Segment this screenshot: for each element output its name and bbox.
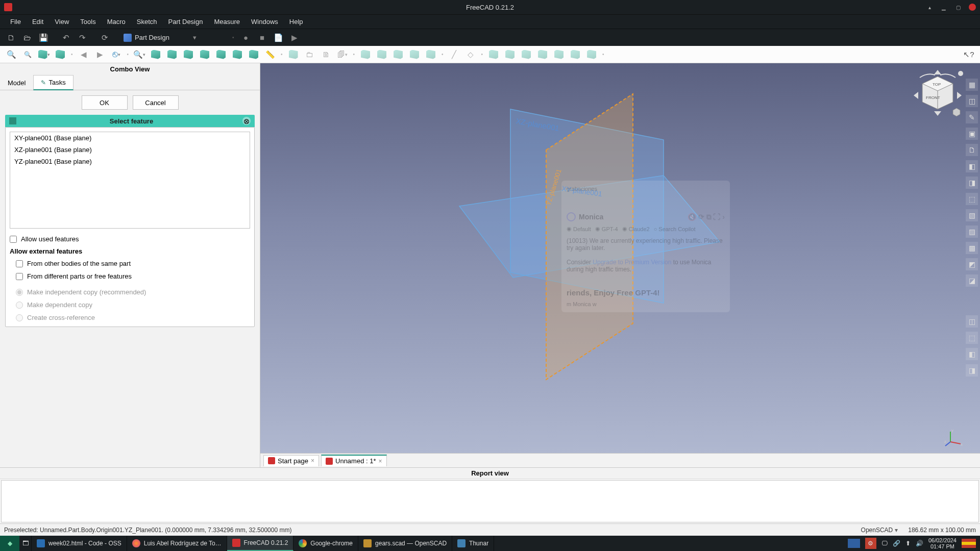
tray-workspace-icon[interactable] xyxy=(848,539,860,548)
ri-page-icon[interactable]: 🗋 xyxy=(966,144,978,156)
part-group-icon[interactable]: 🗀 xyxy=(303,47,317,62)
maximize-icon[interactable] xyxy=(954,4,962,11)
tray-update-icon[interactable]: ⬆ xyxy=(905,540,911,547)
menu-help[interactable]: Help xyxy=(284,16,308,27)
ri-cube2-icon[interactable]: ◨ xyxy=(966,177,978,189)
ri-cube1-icon[interactable]: ◧ xyxy=(966,160,978,172)
menu-edit[interactable]: Edit xyxy=(27,16,48,27)
redo-icon[interactable]: ↷ xyxy=(76,31,89,44)
nav-back-icon[interactable]: ◀ xyxy=(77,47,91,62)
linear-pattern-icon[interactable] xyxy=(568,47,582,62)
tray-display-icon[interactable]: 🖵 xyxy=(881,540,888,547)
link-nav-icon[interactable]: ⎋▾ xyxy=(109,47,124,62)
taskbar-openscad[interactable]: gears.scad — OpenSCAD xyxy=(358,536,452,551)
ri-cube9-icon[interactable]: ◫ xyxy=(966,315,978,328)
front-view-icon[interactable] xyxy=(165,47,179,62)
chamfer-icon[interactable] xyxy=(503,47,517,62)
tray-clip-icon[interactable]: 🔗 xyxy=(893,540,900,547)
ri-group-icon[interactable]: ◫ xyxy=(966,95,978,107)
bottom-view-icon[interactable] xyxy=(230,47,244,62)
fillet-icon[interactable] xyxy=(486,47,501,62)
macro-edit-icon[interactable]: 📄 xyxy=(272,31,285,44)
ri-cube8-icon[interactable]: ◪ xyxy=(966,274,978,287)
revolve-icon[interactable] xyxy=(391,47,405,62)
taskbar-language-flag[interactable] xyxy=(962,539,976,548)
new-file-icon[interactable]: 🗋 xyxy=(4,31,17,44)
iso-view-icon[interactable] xyxy=(149,47,163,62)
bounding-box-icon[interactable] xyxy=(53,47,67,62)
draft-icon[interactable] xyxy=(519,47,533,62)
ri-cube5-icon[interactable]: ▨ xyxy=(966,226,978,238)
menu-tools[interactable]: Tools xyxy=(75,16,101,27)
tab-tasks[interactable]: ✎Tasks xyxy=(33,75,73,90)
ri-cube10-icon[interactable]: ⬚ xyxy=(966,332,978,344)
doc-tab-unnamed[interactable]: Unnamed : 1* × xyxy=(321,455,387,466)
measure-icon[interactable]: 📏 xyxy=(263,47,277,62)
feature-item-xz[interactable]: XZ-plane001 (Base plane) xyxy=(10,144,250,156)
undo-icon[interactable]: ↶ xyxy=(59,31,72,44)
menu-macro[interactable]: Macro xyxy=(102,16,131,27)
menu-windows[interactable]: Windows xyxy=(246,16,283,27)
tray-app-icon[interactable]: ⚙ xyxy=(865,538,876,549)
taskbar-freecad[interactable]: FreeCAD 0.21.2 xyxy=(227,536,294,551)
part-body-icon[interactable] xyxy=(286,47,301,62)
macro-play-icon[interactable]: ▶ xyxy=(288,31,301,44)
3d-viewport[interactable]: XZ-plane001 XY-plane001 YZ-plane001 grab… xyxy=(260,63,980,453)
allow-used-checkbox[interactable] xyxy=(10,236,17,243)
ri-cube11-icon[interactable]: ◧ xyxy=(966,348,978,360)
rollup-icon[interactable] xyxy=(926,4,933,11)
nav-forward-icon[interactable]: ▶ xyxy=(93,47,107,62)
close-tab-icon[interactable]: × xyxy=(379,458,382,465)
ri-pad-icon[interactable]: ▣ xyxy=(966,128,978,140)
menu-view[interactable]: View xyxy=(50,16,74,27)
taskbar-chrome[interactable]: Google-chrome xyxy=(293,536,358,551)
ri-cube6-icon[interactable]: ▩ xyxy=(966,242,978,254)
minimize-icon[interactable] xyxy=(940,4,947,11)
save-file-icon[interactable]: 💾 xyxy=(37,31,50,44)
ri-cube7-icon[interactable]: ◩ xyxy=(966,258,978,270)
report-view-body[interactable] xyxy=(1,480,979,522)
taskbar-firefox[interactable]: Luis Abel Rodríguez de To… xyxy=(127,536,227,551)
groove-icon[interactable] xyxy=(407,47,422,62)
rear-view-icon[interactable] xyxy=(214,47,228,62)
taskbar-thunar[interactable]: Thunar xyxy=(452,536,494,551)
right-view-icon[interactable] xyxy=(198,47,212,62)
plane-icon[interactable]: ◇ xyxy=(463,47,478,62)
macro-record-icon[interactable]: ● xyxy=(239,31,252,44)
from-other-bodies-checkbox[interactable] xyxy=(16,260,23,267)
cancel-button[interactable]: Cancel xyxy=(133,95,179,110)
pad-icon[interactable] xyxy=(358,47,373,62)
workbench-selector[interactable]: Part Design ▾ xyxy=(120,33,227,43)
mirror-icon[interactable] xyxy=(552,47,566,62)
pocket-icon[interactable] xyxy=(375,47,389,62)
ok-button[interactable]: OK xyxy=(82,95,128,110)
start-menu-button[interactable]: ◆ xyxy=(0,536,19,551)
zoom-fit-icon[interactable]: 🔍▾ xyxy=(132,47,146,62)
macro-stop-icon[interactable]: ■ xyxy=(255,31,268,44)
tray-volume-icon[interactable]: 🔊 xyxy=(916,540,923,547)
taskbar-vscode[interactable]: week02.html - Code - OSS xyxy=(32,536,127,551)
close-tab-icon[interactable]: × xyxy=(311,457,314,464)
taskbar-clock[interactable]: 06/02/2024 01:47 PM xyxy=(928,537,957,549)
top-view-icon[interactable] xyxy=(181,47,195,62)
zoom-out-icon[interactable]: 🔍 xyxy=(20,47,35,62)
ri-sketch-icon[interactable]: ✎ xyxy=(966,111,978,123)
whats-this-icon[interactable]: ↖? xyxy=(962,47,976,62)
draw-style-icon[interactable]: ▾ xyxy=(37,47,51,62)
open-file-icon[interactable]: 🗁 xyxy=(20,31,34,44)
doc-tab-start[interactable]: Start page × xyxy=(263,455,319,466)
left-view-icon[interactable] xyxy=(247,47,261,62)
zoom-in-icon[interactable]: 🔍 xyxy=(4,47,18,62)
feature-item-xy[interactable]: XY-plane001 (Base plane) xyxy=(10,132,250,144)
nav-style-selector[interactable]: OpenSCAD xyxy=(861,527,893,534)
part-clone-icon[interactable]: 🗐▾ xyxy=(335,47,350,62)
feature-item-yz[interactable]: YZ-plane001 (Base plane) xyxy=(10,156,250,167)
polar-pattern-icon[interactable] xyxy=(584,47,599,62)
ri-cube12-icon[interactable]: ◨ xyxy=(966,364,978,377)
task-header[interactable]: Select feature ⨂ xyxy=(5,115,255,127)
from-different-parts-checkbox[interactable] xyxy=(16,273,23,280)
ri-box-icon[interactable]: ▦ xyxy=(966,79,978,91)
ri-cube4-icon[interactable]: ▧ xyxy=(966,209,978,221)
task-collapse-icon[interactable]: ⨂ xyxy=(242,117,251,125)
thickness-icon[interactable] xyxy=(535,47,550,62)
